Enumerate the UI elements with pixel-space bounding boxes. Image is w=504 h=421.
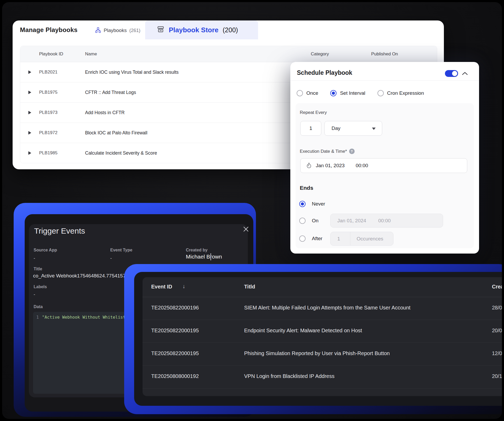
column-playbook-id: Playbook ID: [39, 51, 85, 57]
radio-ends-never[interactable]: Never: [299, 200, 325, 208]
labels-value: -: [34, 292, 35, 297]
tab-playbooks-label: Playbooks: [104, 28, 127, 33]
source-app-value: -: [34, 256, 35, 261]
ends-after-unit-placeholder: Occurences: [357, 236, 383, 242]
trigger-events-title: Trigger Events: [34, 227, 85, 235]
tab-playbook-store[interactable]: Playbook Store (200): [145, 20, 258, 39]
created-by-label: Created by: [186, 248, 208, 252]
playbook-id: PLB2021: [39, 70, 85, 75]
column-title: Titld: [244, 284, 255, 290]
radio-icon-selected: [299, 201, 306, 207]
data-label: Data: [34, 304, 43, 309]
ends-heading: Ends: [300, 185, 313, 191]
tab-playbooks[interactable]: Playbooks (261): [91, 25, 144, 36]
source-app-label: Source App: [34, 248, 57, 252]
event-date: 20/12: [492, 373, 502, 379]
close-icon[interactable]: [242, 225, 250, 233]
created-by-value: Michael Brown: [186, 254, 222, 260]
repeat-interval-input[interactable]: 1: [300, 121, 321, 136]
table-row[interactable]: TE20250822000195 Endpoint Security Alert…: [143, 320, 502, 343]
schedule-mode-options: Once Set Interval Cron Expression: [297, 90, 424, 96]
repeat-unit-value: Day: [332, 125, 340, 131]
data-code-editor[interactable]: 1 "Active Webhook Without Whitelisting": [33, 312, 134, 394]
events-table-header: Event ID ↓ Titld Creat: [143, 277, 502, 297]
ends-after-count-value: 1: [337, 236, 340, 242]
execution-datetime-label: Execution Date & Time* ?: [300, 149, 355, 154]
expand-row-button[interactable]: [20, 131, 39, 135]
page-title: Manage Playbooks: [20, 26, 77, 34]
radio-label: Once: [306, 90, 318, 96]
event-id: TE20250822000195: [151, 350, 199, 356]
stopwatch-icon: [306, 162, 312, 169]
table-row[interactable]: TE20250822000195 Phishing Simulation Rep…: [143, 343, 502, 366]
labels-label: Labels: [34, 285, 47, 289]
execution-datetime-input[interactable]: Jan 01, 2023 00:00: [300, 158, 467, 173]
table-row[interactable]: TE20250808000192 VPN Login from Blacklis…: [143, 366, 502, 388]
playbooks-table-header: Playbook ID Name Category Published On: [20, 46, 437, 62]
column-published-on: Published On: [371, 51, 398, 57]
expand-row-button[interactable]: [20, 111, 39, 114]
playbook-id: PLB1973: [39, 110, 85, 115]
column-event-id[interactable]: Event ID: [151, 284, 172, 290]
code-line: 1 "Active Webhook Without Whitelisting": [33, 312, 134, 320]
radio-icon: [299, 235, 306, 242]
expand-row-button[interactable]: [20, 70, 39, 74]
playbook-name: CFTR :: Add Threat Logs: [85, 90, 136, 95]
tab-store-label: Playbook Store: [169, 26, 218, 34]
ends-on-date-value: Jan 01, 2024: [337, 218, 366, 224]
ends-after-occurrences-input[interactable]: 1 Occurences: [330, 232, 393, 246]
radio-label: Set Interval: [340, 90, 365, 96]
hierarchy-icon: [95, 27, 101, 34]
radio-ends-on[interactable]: On: [299, 217, 318, 225]
playbook-id: PLB1972: [39, 130, 85, 135]
divider: [290, 80, 479, 81]
event-title: SIEM Alert: Multiple Failed Login Attemp…: [244, 305, 411, 311]
caret-right-icon: [28, 131, 31, 135]
column-created: Creat: [492, 284, 502, 290]
schedule-title: Schedule Playbook: [297, 69, 352, 76]
caret-right-icon: [28, 91, 31, 94]
event-type-value: -: [110, 256, 112, 261]
event-title: Phishing Simulation Reported by User via…: [244, 350, 390, 356]
sort-descending-icon[interactable]: ↓: [182, 283, 185, 290]
table-row[interactable]: TE20250822000196 SIEM Alert: Multiple Fa…: [143, 297, 502, 320]
repeat-unit-select[interactable]: Day: [324, 121, 382, 136]
caret-right-icon: [28, 151, 31, 155]
expand-row-button[interactable]: [20, 151, 39, 155]
ends-on-date-input[interactable]: Jan 01, 2024 00:00: [330, 214, 443, 228]
radio-label: Never: [312, 201, 325, 207]
title-label: Title: [34, 267, 42, 271]
radio-icon-selected: [330, 90, 337, 96]
tab-playbooks-count: (261): [129, 28, 140, 33]
tab-store-count: (200): [223, 26, 238, 34]
execution-time-value: 00:00: [356, 163, 368, 169]
chevron-down-icon: [372, 128, 376, 130]
expand-row-button[interactable]: [20, 91, 39, 94]
radio-once[interactable]: Once: [297, 90, 318, 96]
playbook-name: Calculate Incident Severity & Score: [85, 150, 157, 156]
schedule-playbook-card: Schedule Playbook Once Set Interval Cron…: [290, 62, 479, 254]
code-text: "Active Webhook Without Whitelisting": [42, 315, 134, 320]
radio-set-interval[interactable]: Set Interval: [330, 90, 365, 96]
input-divider: [350, 232, 350, 245]
help-icon[interactable]: ?: [349, 149, 355, 154]
schedule-toggle[interactable]: [445, 70, 458, 77]
radio-label: On: [312, 218, 318, 224]
caret-right-icon: [28, 70, 31, 74]
radio-icon: [297, 90, 303, 96]
event-date: 28/08: [492, 305, 502, 311]
event-title: Endpoint Security Alert: Malware Detecte…: [244, 328, 362, 334]
radio-ends-after[interactable]: After: [299, 234, 322, 243]
radio-icon: [377, 90, 384, 96]
radio-cron-expression[interactable]: Cron Expression: [377, 90, 424, 96]
ends-on-time-value: 00:00: [378, 218, 391, 224]
radio-icon: [299, 218, 306, 224]
event-title: VPN Login from Blacklisted IP Address: [244, 373, 334, 379]
radio-label: After: [312, 236, 322, 241]
event-type-label: Event Type: [110, 248, 132, 252]
chevron-up-icon[interactable]: [462, 70, 468, 77]
event-date: 12/02: [492, 350, 502, 356]
execution-date-value: Jan 01, 2023: [316, 163, 345, 169]
playbook-id: PLB1975: [39, 90, 85, 95]
caret-right-icon: [28, 111, 31, 114]
